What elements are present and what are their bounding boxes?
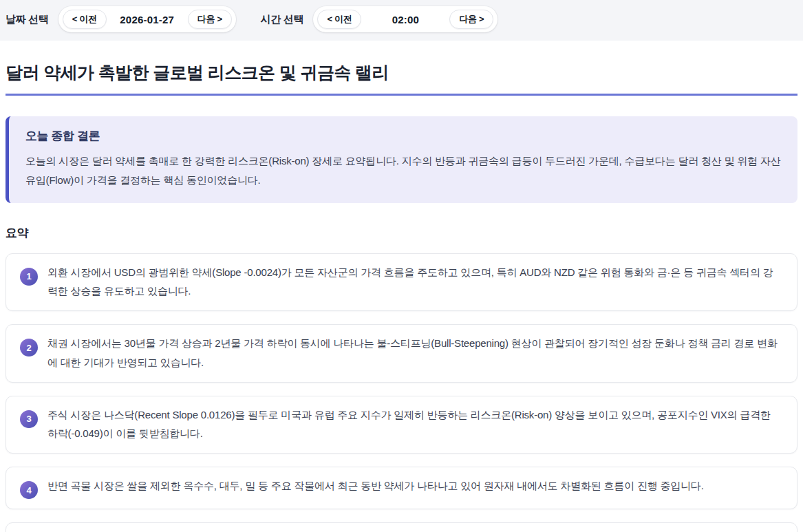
summary-item-text: 반면 곡물 시장은 쌀을 제외한 옥수수, 대두, 밀 등 주요 작물에서 최근… bbox=[47, 476, 704, 496]
summary-item-text: 주식 시장은 나스닥(Recent Slope 0.0126)을 필두로 미국과… bbox=[47, 405, 783, 444]
summary-heading: 요약 bbox=[6, 225, 797, 241]
summary-item-5: 5 자금 흐름 측면에서는 달러에서의 이탈이 주식과 귀금속으로 유입되는 '… bbox=[6, 522, 797, 532]
time-selector-label: 시간 선택 bbox=[261, 13, 304, 26]
summary-item-2: 2 채권 시장에서는 30년물 가격 상승과 2년물 가격 하락이 동시에 나타… bbox=[6, 324, 797, 383]
number-badge: 3 bbox=[20, 410, 38, 428]
conclusion-body: 오늘의 시장은 달러 약세를 촉매로 한 강력한 리스크온(Risk-on) 장… bbox=[25, 151, 781, 190]
time-selector: 시간 선택 < 이전 02:00 다음 > bbox=[261, 6, 498, 32]
number-badge: 2 bbox=[20, 339, 38, 357]
number-badge: 4 bbox=[20, 481, 38, 499]
date-next-button[interactable]: 다음 > bbox=[188, 10, 232, 29]
summary-item-4: 4 반면 곡물 시장은 쌀을 제외한 옥수수, 대두, 밀 등 주요 작물에서 … bbox=[6, 467, 797, 509]
summary-item-text: 채권 시장에서는 30년물 가격 상승과 2년물 가격 하락이 동시에 나타나는… bbox=[47, 334, 783, 372]
page-title: 달러 약세가 촉발한 글로벌 리스크온 및 귀금속 랠리 bbox=[6, 61, 797, 96]
conclusion-heading: 오늘 종합 결론 bbox=[25, 128, 781, 144]
number-badge: 1 bbox=[20, 268, 38, 286]
conclusion-callout: 오늘 종합 결론 오늘의 시장은 달러 약세를 촉매로 한 강력한 리스크온(R… bbox=[6, 116, 797, 203]
time-prev-button[interactable]: < 이전 bbox=[317, 10, 361, 29]
date-prev-button[interactable]: < 이전 bbox=[63, 10, 107, 29]
summary-item-3: 3 주식 시장은 나스닥(Recent Slope 0.0126)을 필두로 미… bbox=[6, 396, 797, 454]
date-selector: 날짜 선택 < 이전 2026-01-27 다음 > bbox=[6, 6, 236, 32]
date-value: 2026-01-27 bbox=[107, 14, 188, 25]
date-selector-pill: < 이전 2026-01-27 다음 > bbox=[58, 6, 236, 32]
time-selector-pill: < 이전 02:00 다음 > bbox=[313, 6, 497, 32]
summary-item-1: 1 외환 시장에서 USD의 광범위한 약세(Slope -0.0024)가 모… bbox=[6, 253, 797, 312]
time-value: 02:00 bbox=[361, 14, 449, 25]
title-section: 달러 약세가 촉발한 글로벌 리스크온 및 귀금속 랠리 bbox=[6, 41, 797, 96]
date-time-toolbar: 날짜 선택 < 이전 2026-01-27 다음 > 시간 선택 < 이전 02… bbox=[0, 0, 803, 41]
date-selector-label: 날짜 선택 bbox=[6, 13, 49, 26]
summary-item-text: 외환 시장에서 USD의 광범위한 약세(Slope -0.0024)가 모든 … bbox=[47, 263, 783, 301]
time-next-button[interactable]: 다음 > bbox=[449, 10, 493, 29]
